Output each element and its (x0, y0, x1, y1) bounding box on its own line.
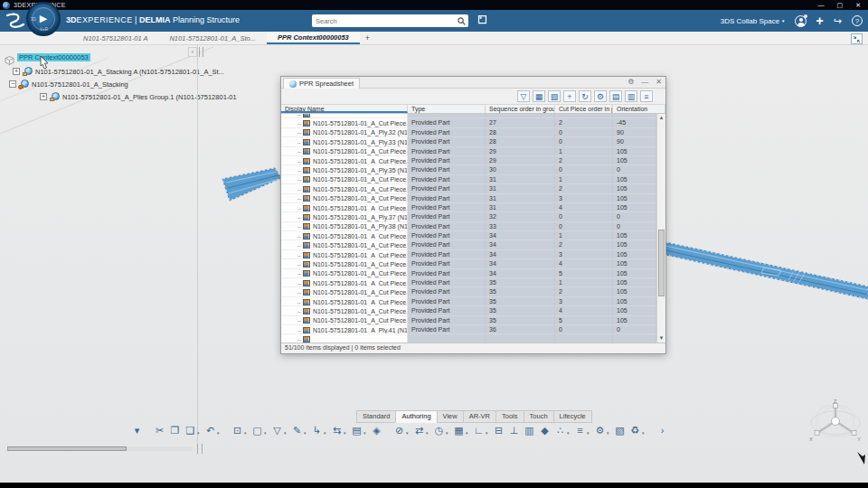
document-tab[interactable]: N101-57512801-01_A_Sto... (158, 32, 267, 44)
sequence-nodes-icon[interactable]: ⊥ (507, 424, 521, 437)
scrollbar-thumb[interactable] (7, 446, 127, 451)
row-orientation-cell[interactable]: 105 (613, 203, 656, 212)
toolbar-tab-lifecycle[interactable]: Lifecycle (553, 410, 592, 423)
tree-horizontal-scrollbar[interactable] (7, 446, 193, 451)
dropdown-caret-icon[interactable]: ▾ (426, 428, 430, 437)
swap-loop-icon[interactable]: ⇄▾ (412, 424, 430, 437)
row-cutpiece-cell[interactable]: 2 (555, 184, 613, 193)
row-type-cell[interactable]: Provided Part (408, 306, 486, 315)
row-type-cell[interactable]: Provided Part (408, 156, 486, 165)
work-instructions-icon[interactable]: ▤▾ (350, 424, 368, 437)
row-sequence-cell[interactable]: 35 (486, 287, 555, 296)
compass-button[interactable]: ▶ 3D V+R (26, 2, 61, 36)
row-orientation-cell[interactable]: 0 (613, 222, 656, 231)
row-name-cell[interactable]: N101-57512801-01_A_Cut Piece.64 (... (281, 203, 408, 212)
table-row[interactable]: N101-57512801-01_A_Cut Piece.72 (...Prov… (281, 297, 656, 306)
row-type-cell[interactable]: Provided Part (408, 118, 486, 127)
compass-play-icon[interactable]: ▶ (40, 13, 47, 24)
row-name-cell[interactable]: N101-57512801-01_A_Ply.32 (N101-... (281, 128, 408, 137)
row-cutpiece-cell[interactable]: 3 (555, 250, 613, 259)
row-name-cell[interactable]: N101-57512801-01_A_Ply.35 (N101-... (281, 165, 408, 174)
table-row[interactable]: N101-57512801-01_A_Cut Piece.59 (...Prov… (281, 147, 656, 156)
tree-item[interactable]: PPR Context00000053 (5, 52, 90, 61)
row-name-cell[interactable]: N101-57512801-01_A_Cut Piece.67 (... (281, 250, 408, 259)
composite-ply-object-left[interactable] (222, 168, 281, 201)
table-row[interactable]: N101-57512801-01_A_Cut Piece.71 (...Prov… (281, 287, 656, 296)
row-sequence-cell[interactable]: 28 (486, 137, 555, 146)
row-type-cell[interactable]: Provided Part (408, 203, 486, 212)
row-name-cell[interactable]: N101-57512801-01_A_Cut Piece.60 (... (281, 156, 408, 165)
open-ply-book-icon[interactable]: ▢▾ (250, 424, 269, 437)
row-sequence-cell[interactable]: 34 (486, 231, 555, 240)
share-icon[interactable]: ↪ (834, 15, 842, 27)
dropdown-caret-icon[interactable]: ▾ (406, 428, 410, 437)
tree-item[interactable]: −N101-57512801-01_A_Stacking (9, 80, 128, 89)
tree-item[interactable]: +N101-57512801-01_A_Stacking A (N101-575… (13, 67, 224, 76)
toolbar-overflow-icon[interactable]: ▾ (130, 424, 144, 437)
insert-3d-part-icon[interactable]: ⊡▾ (231, 424, 249, 437)
table-row[interactable]: N101-57512801-01_A_Ply.32 (N101-...Provi… (281, 128, 656, 137)
row-orientation-cell[interactable]: 105 (613, 147, 656, 156)
row-type-cell[interactable]: Provided Part (408, 325, 486, 334)
row-name-cell[interactable]: N101-57512801-01_A_Cut Piece.58 (... (281, 118, 408, 127)
row-name-cell[interactable]: N101-57512801-01_A_Ply.33 (N101-... (281, 137, 408, 146)
row-display-icon[interactable]: ≡ (640, 90, 653, 102)
add-item-icon[interactable]: + (563, 90, 576, 102)
panel-divider[interactable] (197, 45, 198, 455)
row-cutpiece-cell[interactable]: 1 (555, 278, 613, 287)
report-icon[interactable]: ▤ (609, 90, 622, 102)
row-cutpiece-cell[interactable]: 3 (555, 297, 613, 306)
row-orientation-cell[interactable]: 105 (613, 240, 656, 249)
row-sequence-cell[interactable]: 31 (486, 203, 555, 212)
resource-balls-icon[interactable]: ∴▾ (553, 424, 571, 437)
row-orientation-cell[interactable]: 105 (613, 287, 656, 296)
dropdown-caret-icon[interactable]: ▾ (446, 428, 450, 437)
dropdown-caret-icon[interactable]: ▾ (284, 428, 288, 437)
row-name-cell[interactable]: N101-57512801-01_A_Cut Piece.62 (... (281, 184, 408, 193)
row-cutpiece-cell[interactable]: 0 (555, 137, 613, 146)
dropdown-caret-icon[interactable]: ▾ (587, 428, 591, 437)
column-filter-icon[interactable]: ▦ (533, 90, 545, 102)
table-row[interactable]: N101-57512801-01_A_Cut Piece.68 (...Prov… (281, 259, 656, 268)
table-row[interactable]: N101-57512801-01_A_Cut Piece.58 (...Prov… (281, 118, 656, 127)
link-route-icon[interactable]: ⇆▾ (330, 424, 348, 437)
row-name-cell[interactable]: N101-57512801-01_A_Cut Piece.68 (... (281, 259, 408, 268)
row-orientation-cell[interactable]: 105 (613, 306, 656, 315)
dropdown-caret-icon[interactable]: ▾ (304, 428, 308, 437)
column-header-cut-piece[interactable]: Cut Piece order in ply (555, 105, 613, 113)
window-settings-icon[interactable]: ⚙ (627, 78, 634, 86)
table-row[interactable]: N101-57512801-01_A_Ply.37 (N101-...Provi… (281, 212, 656, 221)
tree-item-label[interactable]: N101-57512801-01_A_Stacking (32, 80, 128, 89)
table-row[interactable]: N101-57512801-01_A_Cut Piece.64 (...Prov… (281, 203, 656, 212)
row-name-cell[interactable]: N101-57512801-01_A_Cut Piece.74 (... (281, 316, 408, 325)
document-tab[interactable]: N101-57512801-01 A (72, 32, 158, 44)
more-tools-icon[interactable]: › (656, 424, 669, 437)
row-type-cell[interactable]: Provided Part (408, 222, 486, 231)
row-sequence-cell[interactable]: 35 (486, 316, 555, 325)
column-header-display-name[interactable]: Display Name (281, 105, 408, 113)
row-type-cell[interactable]: Provided Part (408, 175, 486, 184)
row-sequence-cell[interactable]: 36 (486, 325, 555, 334)
collab-space-dropdown[interactable]: 3DS Collab Space ▾ (721, 17, 785, 25)
row-cutpiece-cell[interactable]: 0 (555, 222, 613, 231)
tools-setup-icon[interactable]: ⚙▾ (593, 424, 611, 437)
filter-icon[interactable]: ▽ (517, 90, 530, 102)
row-cutpiece-cell[interactable]: 2 (555, 287, 613, 296)
scrollbar-resize-grip[interactable] (197, 444, 203, 454)
row-sequence-cell[interactable]: 32 (486, 212, 555, 221)
row-cutpiece-cell[interactable]: 4 (555, 306, 613, 315)
column-header-type[interactable]: Type (408, 105, 486, 113)
row-type-cell[interactable]: Provided Part (408, 316, 486, 325)
row-sequence-cell[interactable]: 34 (486, 250, 555, 259)
panel-list-icon[interactable]: ≡▾ (573, 424, 591, 437)
row-type-cell[interactable]: Provided Part (408, 278, 486, 287)
window-table-icon[interactable]: ▦▾ (452, 424, 470, 437)
row-orientation-cell[interactable]: 105 (613, 297, 656, 306)
scroll-down-arrow[interactable]: ▼ (657, 334, 665, 343)
tree-item-label[interactable]: N101-57512801-01_A_Plies Group.1 (N101-5… (62, 93, 237, 101)
dropdown-caret-icon[interactable]: ▾ (466, 428, 470, 437)
composite-stringer-object-right[interactable] (657, 240, 868, 299)
close-button[interactable]: ✕ (855, 2, 861, 9)
toolbar-tab-ar-vr[interactable]: AR-VR (463, 410, 495, 423)
create-funnel-icon[interactable]: ▽▾ (270, 424, 288, 437)
